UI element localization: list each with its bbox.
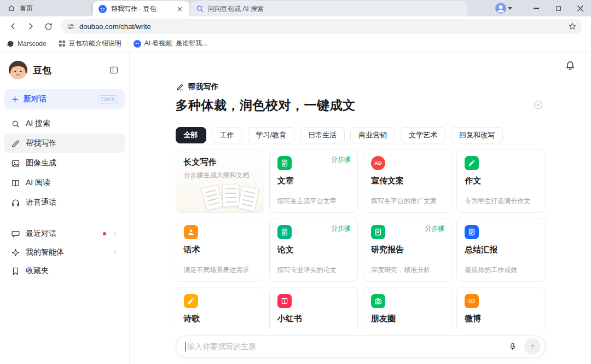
chevron-down-icon [508,7,512,10]
sidebar-menu: AI 搜索 帮我写作 图像生成 [4,114,125,212]
tab-home[interactable]: 首页 [0,0,92,16]
reload-button[interactable] [40,19,56,34]
shortcut-badge: Ctrl K [98,95,118,103]
tab-strip: 首页 帮我写作 - 豆包 问问豆包或 AI 搜索 [0,0,591,16]
sidebar-item-label: 帮我写作 [26,138,56,148]
filter-daily-life[interactable]: 日常生活 [300,127,345,143]
card-subtitle: 撰写专业详实的论文 [277,265,337,275]
sidebar-header: 豆包 [4,59,125,81]
sidebar-item-voice-call[interactable]: 语音通话 [4,193,125,212]
filter-work[interactable]: 工作 [212,127,242,143]
article-icon [277,156,292,170]
eye-icon [465,294,479,308]
ai-search-icon [196,5,204,13]
minimize-button[interactable] [525,0,547,16]
navigation-bar: doubao.com/chat/write [0,16,591,36]
sidebar-item-ai-search[interactable]: AI 搜索 [4,114,125,134]
close-panel-icon[interactable] [533,100,543,112]
card-title: 微博 [465,314,537,324]
filter-chips: 全部 工作 学习/教育 日常生活 商业营销 文学艺术 回复和改写 [176,127,546,143]
sidebar-sections: 最近对话 我的智能体 [4,224,125,280]
tab-label: 帮我写作 - 豆包 [111,4,171,14]
new-chat-label: 新对话 [24,94,47,104]
bookmark-doubao-guide[interactable]: 豆包功能介绍说明 [59,39,121,48]
card-essay[interactable]: 作文 专为学生打造满分作文 [456,149,545,213]
site-info-icon[interactable] [67,22,75,31]
bookmark-label: 豆包功能介绍说明 [69,39,121,48]
camera-icon [371,294,385,308]
sidebar-item-label: 语音通话 [26,198,56,207]
sidebar-item-favorites[interactable]: 收藏夹 [4,262,125,280]
card-script[interactable]: 话术 满足不同场景表达需求 [176,218,264,282]
tab-current[interactable]: 帮我写作 - 豆包 [93,1,189,16]
notification-dot [103,232,106,235]
sidebar-item-label: AI 阅读 [26,178,50,188]
card-title: 总结汇报 [465,245,537,255]
sidebar-item-my-agents[interactable]: 我的智能体 [4,243,125,262]
notification-bell-icon[interactable] [565,60,576,73]
ad-icon: AD [371,156,385,170]
card-title: 论文 [277,245,350,255]
tab-ask-doubao[interactable]: 问问豆包或 AI 搜索 [190,1,467,16]
filter-reply-rewrite[interactable]: 回复和改写 [451,127,503,143]
bookmarks-bar: Marscode 豆包功能介绍说明 AI 看视频: 是谁帮我... [0,36,591,51]
sidebar-item-image-gen[interactable]: 图像生成 [4,153,125,173]
forward-button[interactable] [23,19,38,34]
sidebar-item-label: AI 搜索 [26,119,50,129]
eyebrow-label: 帮我写作 [188,82,219,92]
composer-area [130,329,591,364]
sidebar-item-recent-chats[interactable]: 最近对话 [4,224,125,243]
filter-marketing[interactable]: 商业营销 [350,127,395,143]
collapse-sidebar-icon[interactable] [107,63,120,77]
microphone-icon[interactable] [505,338,521,355]
notebook-icon [277,294,292,308]
card-summary-report[interactable]: 总结汇报 凝练你的工作成效 [456,218,545,282]
page-title: 多种体裁，润色校对，一键成文 [176,97,546,114]
card-title: 文章 [277,176,350,186]
card-research-report[interactable]: 分步骤 研究报告 深度研究，精准分析 [363,218,451,282]
card-subtitle: 凝练你的工作成效 [465,265,517,275]
card-promo-copy[interactable]: AD 宣传文案 撰写各平台的推广文案 [363,149,451,213]
send-button[interactable] [524,338,541,355]
papers-illustration [199,178,259,210]
card-subtitle: 撰写各平台的推广文案 [371,197,437,206]
card-title: 作文 [465,176,537,186]
sidebar: 豆包 新对话 Ctrl K AI 搜索 [0,51,130,364]
maximize-button[interactable] [547,0,569,16]
summary-icon [465,225,479,239]
card-long-writing[interactable]: 长文写作 分步骤生成大纲和文档 [176,149,264,213]
main-content: 帮我写作 多种体裁，润色校对，一键成文 全部 工作 学习/教育 日常生活 商业营… [130,51,591,364]
steps-badge: 分步骤 [425,224,444,233]
card-thesis[interactable]: 分步骤 论文 撰写专业详实的论文 [269,218,358,282]
topic-input[interactable] [187,342,505,351]
sidebar-item-ai-read[interactable]: AI 阅读 [4,173,125,193]
back-button[interactable] [5,19,21,34]
browser-window: 首页 帮我写作 - 豆包 问问豆包或 AI 搜索 [0,0,591,364]
bookmark-marscode[interactable]: Marscode [7,40,47,48]
card-title: 朋友圈 [371,314,443,324]
doubao-favicon [99,5,107,13]
bookmark-ai-video[interactable]: AI 看视频: 是谁帮我... [134,39,207,48]
tab-label: 首页 [20,4,33,13]
new-chat-button[interactable]: 新对话 Ctrl K [4,89,125,109]
app-title: 豆包 [33,64,51,77]
headphones-icon [11,198,20,207]
card-title: 研究报告 [371,245,443,255]
sidebar-item-write[interactable]: 帮我写作 [4,134,125,153]
filter-all[interactable]: 全部 [176,127,206,143]
window-close-button[interactable] [569,0,591,16]
browser-profile-button[interactable] [495,3,512,14]
bookmark-icon [11,267,20,276]
chevron-right-icon [112,230,118,237]
filter-study[interactable]: 学习/教育 [248,127,295,143]
tab-close-icon[interactable] [175,4,184,13]
filter-literature[interactable]: 文学艺术 [401,127,445,143]
topic-input-pill[interactable] [176,336,546,357]
address-bar[interactable]: doubao.com/chat/write [61,19,582,34]
sidebar-item-label: 收藏夹 [26,266,49,276]
card-article[interactable]: 分步骤 文章 撰写各主流平台文章 [269,149,358,213]
marscode-icon [7,40,14,48]
doubao-favicon [134,40,141,48]
card-subtitle: 专为学生打造满分作文 [465,197,530,206]
bookmark-star-icon[interactable] [568,22,577,31]
